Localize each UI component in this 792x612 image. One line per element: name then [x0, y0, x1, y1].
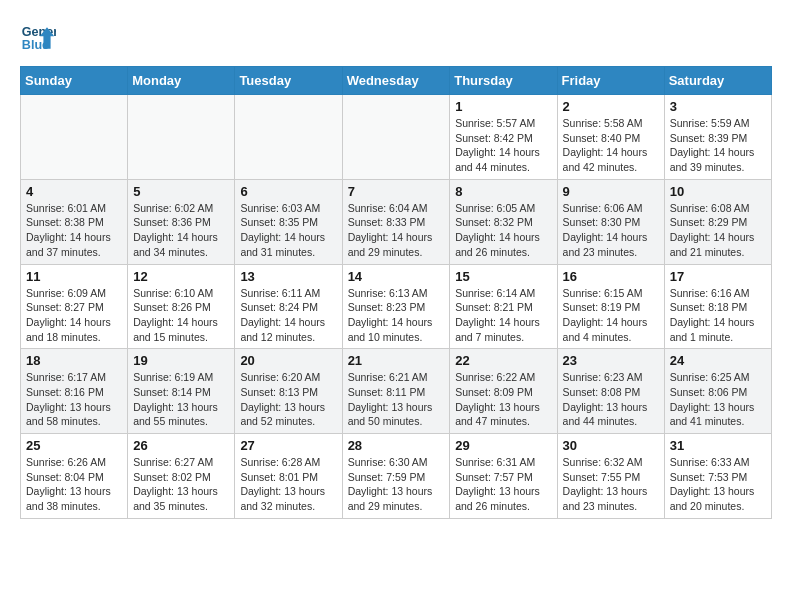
day-cell: 18Sunrise: 6:17 AM Sunset: 8:16 PM Dayli… — [21, 349, 128, 434]
day-number: 23 — [563, 353, 659, 368]
day-info: Sunrise: 6:02 AM Sunset: 8:36 PM Dayligh… — [133, 201, 229, 260]
day-cell: 11Sunrise: 6:09 AM Sunset: 8:27 PM Dayli… — [21, 264, 128, 349]
day-info: Sunrise: 6:14 AM Sunset: 8:21 PM Dayligh… — [455, 286, 551, 345]
day-cell — [342, 95, 450, 180]
day-cell: 1Sunrise: 5:57 AM Sunset: 8:42 PM Daylig… — [450, 95, 557, 180]
day-info: Sunrise: 6:33 AM Sunset: 7:53 PM Dayligh… — [670, 455, 766, 514]
header-cell-thursday: Thursday — [450, 67, 557, 95]
day-info: Sunrise: 6:22 AM Sunset: 8:09 PM Dayligh… — [455, 370, 551, 429]
day-cell: 31Sunrise: 6:33 AM Sunset: 7:53 PM Dayli… — [664, 434, 771, 519]
week-row-1: 1Sunrise: 5:57 AM Sunset: 8:42 PM Daylig… — [21, 95, 772, 180]
header-row: SundayMondayTuesdayWednesdayThursdayFrid… — [21, 67, 772, 95]
day-cell: 22Sunrise: 6:22 AM Sunset: 8:09 PM Dayli… — [450, 349, 557, 434]
day-cell: 14Sunrise: 6:13 AM Sunset: 8:23 PM Dayli… — [342, 264, 450, 349]
day-number: 16 — [563, 269, 659, 284]
day-number: 7 — [348, 184, 445, 199]
day-number: 27 — [240, 438, 336, 453]
day-cell: 16Sunrise: 6:15 AM Sunset: 8:19 PM Dayli… — [557, 264, 664, 349]
day-info: Sunrise: 6:25 AM Sunset: 8:06 PM Dayligh… — [670, 370, 766, 429]
day-cell: 17Sunrise: 6:16 AM Sunset: 8:18 PM Dayli… — [664, 264, 771, 349]
day-number: 20 — [240, 353, 336, 368]
day-cell — [128, 95, 235, 180]
day-number: 10 — [670, 184, 766, 199]
day-info: Sunrise: 6:08 AM Sunset: 8:29 PM Dayligh… — [670, 201, 766, 260]
day-number: 24 — [670, 353, 766, 368]
day-info: Sunrise: 5:59 AM Sunset: 8:39 PM Dayligh… — [670, 116, 766, 175]
day-number: 17 — [670, 269, 766, 284]
page-header: General Blue — [20, 20, 772, 56]
day-cell: 21Sunrise: 6:21 AM Sunset: 8:11 PM Dayli… — [342, 349, 450, 434]
day-cell: 7Sunrise: 6:04 AM Sunset: 8:33 PM Daylig… — [342, 179, 450, 264]
day-info: Sunrise: 6:01 AM Sunset: 8:38 PM Dayligh… — [26, 201, 122, 260]
calendar-header: SundayMondayTuesdayWednesdayThursdayFrid… — [21, 67, 772, 95]
day-number: 28 — [348, 438, 445, 453]
day-info: Sunrise: 6:09 AM Sunset: 8:27 PM Dayligh… — [26, 286, 122, 345]
day-number: 6 — [240, 184, 336, 199]
day-number: 29 — [455, 438, 551, 453]
day-info: Sunrise: 5:57 AM Sunset: 8:42 PM Dayligh… — [455, 116, 551, 175]
day-number: 19 — [133, 353, 229, 368]
day-cell: 30Sunrise: 6:32 AM Sunset: 7:55 PM Dayli… — [557, 434, 664, 519]
day-info: Sunrise: 6:31 AM Sunset: 7:57 PM Dayligh… — [455, 455, 551, 514]
header-cell-monday: Monday — [128, 67, 235, 95]
day-info: Sunrise: 6:15 AM Sunset: 8:19 PM Dayligh… — [563, 286, 659, 345]
day-info: Sunrise: 6:20 AM Sunset: 8:13 PM Dayligh… — [240, 370, 336, 429]
header-cell-saturday: Saturday — [664, 67, 771, 95]
week-row-3: 11Sunrise: 6:09 AM Sunset: 8:27 PM Dayli… — [21, 264, 772, 349]
day-number: 22 — [455, 353, 551, 368]
header-cell-sunday: Sunday — [21, 67, 128, 95]
day-number: 18 — [26, 353, 122, 368]
day-cell: 28Sunrise: 6:30 AM Sunset: 7:59 PM Dayli… — [342, 434, 450, 519]
week-row-4: 18Sunrise: 6:17 AM Sunset: 8:16 PM Dayli… — [21, 349, 772, 434]
day-cell: 24Sunrise: 6:25 AM Sunset: 8:06 PM Dayli… — [664, 349, 771, 434]
day-info: Sunrise: 6:27 AM Sunset: 8:02 PM Dayligh… — [133, 455, 229, 514]
day-cell: 27Sunrise: 6:28 AM Sunset: 8:01 PM Dayli… — [235, 434, 342, 519]
day-number: 26 — [133, 438, 229, 453]
header-cell-tuesday: Tuesday — [235, 67, 342, 95]
day-cell: 19Sunrise: 6:19 AM Sunset: 8:14 PM Dayli… — [128, 349, 235, 434]
calendar-table: SundayMondayTuesdayWednesdayThursdayFrid… — [20, 66, 772, 519]
day-info: Sunrise: 6:11 AM Sunset: 8:24 PM Dayligh… — [240, 286, 336, 345]
day-info: Sunrise: 6:21 AM Sunset: 8:11 PM Dayligh… — [348, 370, 445, 429]
day-cell: 20Sunrise: 6:20 AM Sunset: 8:13 PM Dayli… — [235, 349, 342, 434]
day-cell: 25Sunrise: 6:26 AM Sunset: 8:04 PM Dayli… — [21, 434, 128, 519]
day-info: Sunrise: 6:17 AM Sunset: 8:16 PM Dayligh… — [26, 370, 122, 429]
day-number: 1 — [455, 99, 551, 114]
day-cell: 3Sunrise: 5:59 AM Sunset: 8:39 PM Daylig… — [664, 95, 771, 180]
day-info: Sunrise: 6:10 AM Sunset: 8:26 PM Dayligh… — [133, 286, 229, 345]
day-info: Sunrise: 6:16 AM Sunset: 8:18 PM Dayligh… — [670, 286, 766, 345]
day-cell — [21, 95, 128, 180]
day-cell: 15Sunrise: 6:14 AM Sunset: 8:21 PM Dayli… — [450, 264, 557, 349]
day-info: Sunrise: 6:05 AM Sunset: 8:32 PM Dayligh… — [455, 201, 551, 260]
day-number: 2 — [563, 99, 659, 114]
day-number: 3 — [670, 99, 766, 114]
week-row-2: 4Sunrise: 6:01 AM Sunset: 8:38 PM Daylig… — [21, 179, 772, 264]
day-info: Sunrise: 6:04 AM Sunset: 8:33 PM Dayligh… — [348, 201, 445, 260]
day-cell: 8Sunrise: 6:05 AM Sunset: 8:32 PM Daylig… — [450, 179, 557, 264]
day-number: 8 — [455, 184, 551, 199]
day-info: Sunrise: 6:26 AM Sunset: 8:04 PM Dayligh… — [26, 455, 122, 514]
header-cell-wednesday: Wednesday — [342, 67, 450, 95]
day-cell: 5Sunrise: 6:02 AM Sunset: 8:36 PM Daylig… — [128, 179, 235, 264]
day-number: 9 — [563, 184, 659, 199]
day-info: Sunrise: 6:32 AM Sunset: 7:55 PM Dayligh… — [563, 455, 659, 514]
day-number: 5 — [133, 184, 229, 199]
day-number: 30 — [563, 438, 659, 453]
day-cell: 6Sunrise: 6:03 AM Sunset: 8:35 PM Daylig… — [235, 179, 342, 264]
day-number: 21 — [348, 353, 445, 368]
day-info: Sunrise: 6:19 AM Sunset: 8:14 PM Dayligh… — [133, 370, 229, 429]
day-info: Sunrise: 5:58 AM Sunset: 8:40 PM Dayligh… — [563, 116, 659, 175]
logo-icon: General Blue — [20, 20, 56, 56]
day-cell: 13Sunrise: 6:11 AM Sunset: 8:24 PM Dayli… — [235, 264, 342, 349]
day-cell: 4Sunrise: 6:01 AM Sunset: 8:38 PM Daylig… — [21, 179, 128, 264]
day-cell: 9Sunrise: 6:06 AM Sunset: 8:30 PM Daylig… — [557, 179, 664, 264]
logo: General Blue — [20, 20, 56, 56]
day-info: Sunrise: 6:13 AM Sunset: 8:23 PM Dayligh… — [348, 286, 445, 345]
day-number: 4 — [26, 184, 122, 199]
day-info: Sunrise: 6:23 AM Sunset: 8:08 PM Dayligh… — [563, 370, 659, 429]
day-cell: 10Sunrise: 6:08 AM Sunset: 8:29 PM Dayli… — [664, 179, 771, 264]
day-cell: 23Sunrise: 6:23 AM Sunset: 8:08 PM Dayli… — [557, 349, 664, 434]
day-cell: 29Sunrise: 6:31 AM Sunset: 7:57 PM Dayli… — [450, 434, 557, 519]
day-info: Sunrise: 6:28 AM Sunset: 8:01 PM Dayligh… — [240, 455, 336, 514]
week-row-5: 25Sunrise: 6:26 AM Sunset: 8:04 PM Dayli… — [21, 434, 772, 519]
